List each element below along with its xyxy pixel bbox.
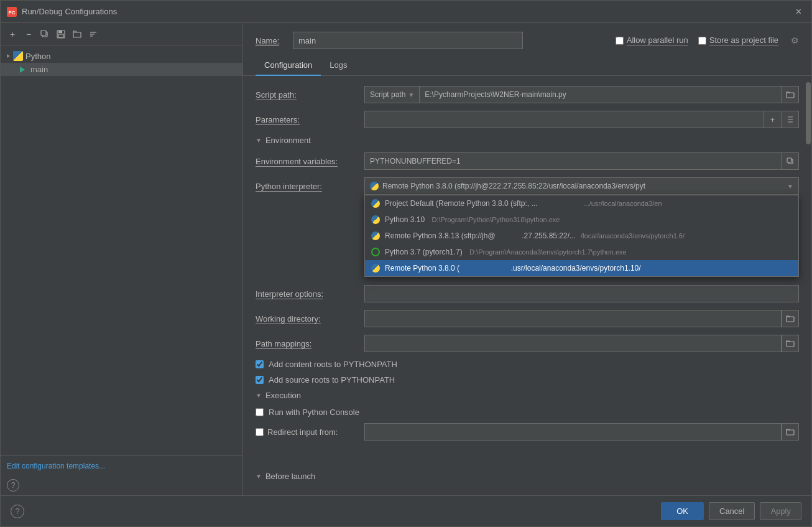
tree-group-python-header[interactable]: Python	[1, 49, 242, 63]
name-label: Name:	[256, 36, 287, 45]
scrollbar-track[interactable]	[805, 76, 811, 495]
store-project-file-checkbox[interactable]	[698, 37, 706, 45]
sidebar-tree: Python main	[1, 45, 242, 455]
option2-icon	[371, 215, 380, 224]
parameters-expand-button[interactable]: +	[764, 111, 782, 128]
parameters-browse-button[interactable]	[782, 111, 799, 128]
app-icon: PC	[7, 7, 17, 17]
gear-icon[interactable]: ⚙	[791, 35, 799, 45]
edit-templates-link[interactable]: Edit configuration templates...	[7, 462, 105, 470]
sort-config-button[interactable]	[86, 27, 100, 41]
run-with-console-checkbox[interactable]	[256, 408, 264, 416]
name-row: Name: Allow parallel run Store as projec…	[243, 23, 811, 55]
option3-icon	[371, 231, 380, 240]
svg-rect-5	[58, 30, 62, 33]
sidebar-help-button[interactable]: ?	[7, 479, 19, 492]
tabs-row: Configuration Logs	[243, 55, 811, 76]
working-dir-input[interactable]	[364, 310, 782, 327]
redirect-input-value[interactable]	[364, 423, 782, 441]
svg-rect-16	[787, 342, 794, 347]
remove-config-button[interactable]: −	[22, 27, 35, 41]
path-mappings-label: Path mappings:	[256, 339, 364, 348]
sidebar: + −	[1, 23, 243, 495]
interpreter-dropdown[interactable]: Remote Python 3.8.0 (sftp://jh@222.27.25…	[364, 177, 799, 195]
redirect-input-checkbox[interactable]	[256, 428, 264, 436]
run-with-console-row: Run with Python Console	[256, 408, 799, 417]
add-source-roots-label[interactable]: Add source roots to PYTHONPATH	[269, 375, 395, 385]
sidebar-bottom: Edit configuration templates...	[1, 455, 242, 475]
before-launch-section-header[interactable]: ▼ Before launch	[256, 472, 799, 481]
help-button[interactable]: ?	[11, 505, 24, 518]
script-path-input[interactable]	[419, 86, 782, 103]
run-with-console-label[interactable]: Run with Python Console	[269, 408, 359, 417]
scrollbar-thumb[interactable]	[806, 82, 811, 144]
svg-rect-17	[787, 430, 794, 435]
script-type-dropdown[interactable]: Script path ▼	[364, 86, 419, 103]
ok-button[interactable]: OK	[661, 502, 704, 520]
interpreter-selected-text: Remote Python 3.8.0 (sftp://jh@222.27.25…	[370, 182, 787, 190]
script-path-field: Script path ▼	[364, 86, 799, 103]
script-path-label: Script path:	[256, 90, 364, 100]
copy-config-button[interactable]	[38, 27, 52, 41]
interpreter-label: Python interpreter:	[256, 182, 364, 191]
tree-item-main[interactable]: main	[1, 63, 242, 76]
parameters-field: +	[364, 111, 799, 128]
svg-rect-15	[787, 317, 794, 322]
parameters-input[interactable]	[364, 111, 764, 128]
tree-group-label: Python	[25, 52, 50, 61]
redirect-input-label[interactable]: Redirect input from:	[267, 427, 338, 437]
tree-item-label: main	[30, 65, 48, 74]
interpreter-option-3[interactable]: Remote Python 3.8.13 (sftp://jh@ .27.255…	[365, 228, 798, 244]
add-content-roots-row: Add content roots to PYTHONPATH	[256, 360, 799, 369]
config-content: Script path: Script path ▼	[243, 76, 811, 495]
interpreter-option-2[interactable]: Python 3.10 D:\Program\Python\Python310\…	[365, 212, 798, 228]
add-content-roots-checkbox[interactable]	[256, 360, 264, 368]
working-dir-field	[364, 310, 799, 327]
execution-section-header[interactable]: ▼ Execution	[256, 391, 799, 400]
svg-marker-11	[20, 67, 25, 73]
tab-configuration[interactable]: Configuration	[256, 55, 321, 76]
interpreter-wrapper: Remote Python 3.8.0 (sftp://jh@222.27.25…	[364, 177, 799, 195]
spacer	[256, 448, 799, 467]
close-button[interactable]: ×	[792, 5, 805, 19]
environment-arrow-icon: ▼	[256, 137, 262, 144]
add-source-roots-checkbox[interactable]	[256, 376, 264, 384]
cancel-button[interactable]: Cancel	[709, 502, 755, 520]
redirect-input-field	[364, 423, 799, 441]
interpreter-options-input[interactable]	[364, 285, 799, 302]
folder-config-button[interactable]	[70, 27, 84, 41]
name-input[interactable]	[293, 32, 523, 49]
environment-section-header[interactable]: ▼ Environment	[256, 136, 799, 145]
add-config-button[interactable]: +	[6, 27, 19, 41]
interpreter-dropdown-menu: Project Default (Remote Python 3.8.0 (sf…	[364, 195, 799, 277]
parameters-row: Parameters: +	[256, 111, 799, 128]
interpreter-row: Python interpreter: Remote Python 3.8.0 …	[256, 177, 799, 195]
path-mappings-browse-button[interactable]	[782, 335, 799, 352]
option5-icon	[371, 264, 380, 273]
working-dir-browse-button[interactable]	[782, 310, 799, 327]
allow-parallel-checkbox[interactable]	[616, 37, 624, 45]
environment-section-title: Environment	[265, 136, 311, 145]
script-path-browse-button[interactable]	[782, 86, 799, 103]
before-launch-arrow-icon: ▼	[256, 473, 262, 480]
env-vars-label: Environment variables:	[256, 157, 364, 166]
save-config-button[interactable]	[54, 27, 68, 41]
interpreter-option-1[interactable]: Project Default (Remote Python 3.8.0 (sf…	[365, 195, 798, 212]
interpreter-option-5[interactable]: Remote Python 3.8.0 ( .usr/local/anacond…	[365, 260, 798, 276]
option4-icon	[371, 248, 380, 256]
interpreter-options-row: Interpreter options:	[256, 285, 799, 302]
name-options: Allow parallel run Store as project file…	[616, 35, 799, 45]
allow-parallel-label[interactable]: Allow parallel run	[616, 35, 688, 45]
env-vars-input[interactable]	[364, 152, 782, 170]
python-group-icon	[13, 51, 23, 61]
path-mappings-input[interactable]	[364, 335, 782, 352]
working-dir-label: Working directory:	[256, 314, 364, 324]
interpreter-option-4[interactable]: Python 3.7 (pytorch1.7) D:\Program\Anaco…	[365, 244, 798, 260]
redirect-input-browse-button[interactable]	[782, 423, 799, 441]
apply-button[interactable]: Apply	[760, 502, 801, 520]
env-vars-field	[364, 152, 799, 170]
add-content-roots-label[interactable]: Add content roots to PYTHONPATH	[269, 360, 397, 369]
store-project-file-label[interactable]: Store as project file	[698, 35, 778, 45]
env-vars-copy-button[interactable]	[782, 152, 799, 170]
tab-logs[interactable]: Logs	[321, 55, 356, 76]
